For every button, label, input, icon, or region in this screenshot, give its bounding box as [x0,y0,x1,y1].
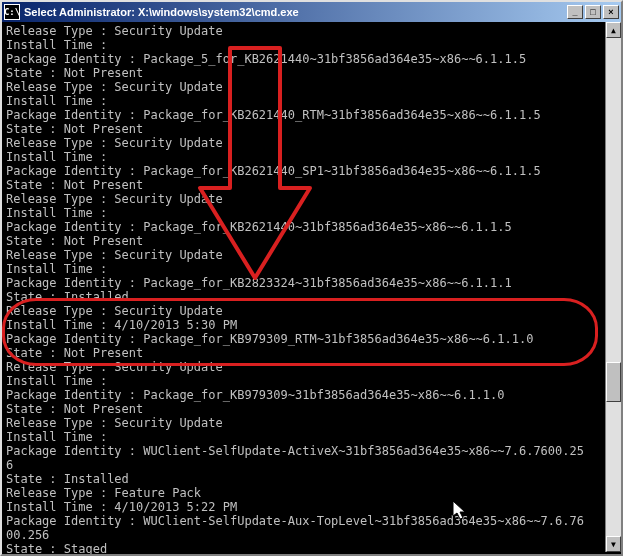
terminal-line: State : Not Present [6,346,617,360]
terminal-line: State : Installed [6,472,617,486]
vertical-scrollbar[interactable]: ▲ ▼ [605,22,621,552]
titlebar[interactable]: C:\ Select Administrator: X:\windows\sys… [2,2,621,22]
terminal-line: State : Not Present [6,402,617,416]
terminal-line: Package Identity : Package_for_KB979309~… [6,388,617,402]
terminal-line: 6 [6,458,617,472]
terminal-line: Package Identity : Package_for_KB2823324… [6,276,617,290]
terminal-line: Release Type : Security Update [6,304,617,318]
scroll-up-button[interactable]: ▲ [606,22,621,38]
terminal-line: Package Identity : WUClient-SelfUpdate-A… [6,444,617,458]
terminal-line: Install Time : [6,262,617,276]
close-button[interactable]: × [603,5,619,19]
cmd-window: C:\ Select Administrator: X:\windows\sys… [0,0,623,556]
terminal-line: Install Time : [6,430,617,444]
terminal-line: State : Not Present [6,234,617,248]
terminal-line: Install Time : [6,206,617,220]
terminal-line: Install Time : [6,38,617,52]
minimize-button[interactable]: _ [567,5,583,19]
terminal-line: Install Time : [6,374,617,388]
terminal-line: Release Type : Security Update [6,24,617,38]
terminal-output[interactable]: Release Type : Security UpdateInstall Ti… [2,22,621,554]
terminal-line: Release Type : Security Update [6,80,617,94]
terminal-line: Package Identity : Package_for_KB2621440… [6,220,617,234]
scroll-track[interactable] [606,38,621,536]
terminal-line: Release Type : Security Update [6,360,617,374]
terminal-line: Release Type : Security Update [6,248,617,262]
terminal-line: Release Type : Security Update [6,416,617,430]
terminal-line: Install Time : 4/10/2013 5:22 PM [6,500,617,514]
terminal-line: Install Time : [6,94,617,108]
cmd-icon[interactable]: C:\ [4,4,20,20]
terminal-line: Package Identity : WUClient-SelfUpdate-A… [6,514,617,528]
terminal-line: State : Not Present [6,66,617,80]
terminal-line: Release Type : Security Update [6,136,617,150]
terminal-line: State : Installed [6,290,617,304]
scroll-thumb[interactable] [606,362,621,402]
terminal-line: State : Not Present [6,178,617,192]
terminal-line: Release Type : Security Update [6,192,617,206]
scroll-down-button[interactable]: ▼ [606,536,621,552]
terminal-line: State : Not Present [6,122,617,136]
terminal-line: Package Identity : Package_for_KB2621440… [6,108,617,122]
terminal-line: Install Time : 4/10/2013 5:30 PM [6,318,617,332]
terminal-line: Package Identity : Package_5_for_KB26214… [6,52,617,66]
terminal-line: Release Type : Feature Pack [6,486,617,500]
terminal-line: 00.256 [6,528,617,542]
terminal-line: Install Time : [6,150,617,164]
terminal-line: Package Identity : Package_for_KB979309_… [6,332,617,346]
maximize-button[interactable]: □ [585,5,601,19]
window-controls: _ □ × [567,5,619,19]
terminal-line: State : Staged [6,542,617,554]
terminal-line: Package Identity : Package_for_KB2621440… [6,164,617,178]
window-title: Select Administrator: X:\windows\system3… [24,6,567,18]
